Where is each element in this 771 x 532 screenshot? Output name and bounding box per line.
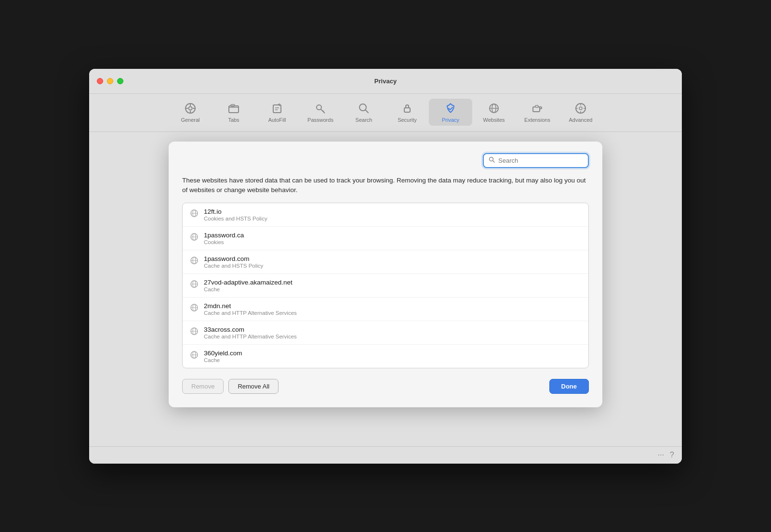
bottom-buttons: Remove Remove All Done: [182, 379, 589, 394]
done-button[interactable]: Done: [549, 379, 589, 394]
website-info: 33across.com Cache and HTTP Alternative …: [204, 326, 297, 339]
maximize-button[interactable]: [117, 78, 123, 84]
globe-icon: [189, 232, 199, 242]
svg-line-29: [493, 160, 494, 162]
toolbar-item-websites[interactable]: Websites: [472, 99, 516, 126]
svg-rect-16: [404, 108, 410, 112]
list-item: 1password.ca Cookies: [183, 227, 588, 250]
website-detail: Cache: [204, 357, 242, 363]
website-info: 1password.ca Cookies: [204, 232, 244, 245]
toolbar-item-search[interactable]: Search: [342, 99, 386, 126]
toolbar-label-search: Search: [356, 117, 372, 123]
website-detail: Cache: [204, 286, 292, 292]
autofill-icon: [270, 102, 284, 115]
remove-all-button[interactable]: Remove All: [228, 379, 279, 394]
website-info: 12ft.io Cookies and HSTS Policy: [204, 208, 267, 221]
search-row: [182, 153, 589, 168]
website-domain: 27vod-adaptive.akamaized.net: [204, 279, 292, 286]
toolbar-label-security: Security: [398, 117, 417, 123]
privacy-modal: These websites have stored data that can…: [169, 142, 602, 408]
toolbar-label-general: General: [181, 117, 199, 123]
website-list[interactable]: 12ft.io Cookies and HSTS Policy 1passwor…: [182, 203, 589, 368]
preferences-window: Privacy General Tabs AutoFill Passwo: [89, 69, 682, 464]
website-info: 1password.com Cache and HSTS Policy: [204, 255, 263, 269]
websites-icon: [487, 102, 501, 115]
toolbar: General Tabs AutoFill Passwords Search: [89, 94, 682, 132]
window-title: Privacy: [374, 78, 397, 85]
search-box[interactable]: [483, 153, 589, 168]
toolbar-item-privacy[interactable]: Privacy: [429, 99, 472, 126]
toolbar-item-passwords[interactable]: Passwords: [299, 99, 342, 126]
toolbar-item-general[interactable]: General: [169, 99, 212, 126]
website-info: 2mdn.net Cache and HTTP Alternative Serv…: [204, 302, 297, 316]
toolbar-label-autofill: AutoFill: [268, 117, 286, 123]
website-detail: Cache and HTTP Alternative Services: [204, 334, 297, 339]
list-item: 33across.com Cache and HTTP Alternative …: [183, 321, 588, 345]
left-buttons: Remove Remove All: [182, 379, 279, 394]
help-icon[interactable]: ?: [670, 451, 674, 459]
toolbar-item-tabs[interactable]: Tabs: [212, 99, 255, 126]
minimize-button[interactable]: [107, 78, 113, 84]
traffic-lights: [97, 78, 123, 84]
titlebar: Privacy: [89, 69, 682, 94]
close-button[interactable]: [97, 78, 103, 84]
website-detail: Cookies: [204, 239, 244, 245]
website-domain: 33across.com: [204, 326, 297, 333]
website-domain: 1password.com: [204, 255, 263, 262]
search-input[interactable]: [498, 157, 583, 164]
svg-point-1: [189, 106, 192, 110]
globe-icon: [189, 279, 199, 289]
search-magnifier-icon: [489, 156, 495, 165]
content-area: These websites have stored data that can…: [89, 132, 682, 446]
list-item: 1password.com Cache and HSTS Policy: [183, 250, 588, 274]
svg-rect-6: [229, 106, 239, 113]
website-domain: 1password.ca: [204, 232, 244, 239]
remove-button[interactable]: Remove: [182, 379, 224, 394]
svg-line-15: [366, 110, 369, 113]
toolbar-item-autofill[interactable]: AutoFill: [255, 99, 299, 126]
privacy-icon: [444, 102, 457, 115]
website-domain: 360yield.com: [204, 350, 242, 357]
security-icon: [400, 102, 414, 115]
toolbar-label-websites: Websites: [483, 117, 505, 123]
advanced-icon: [574, 102, 587, 115]
list-item: 12ft.io Cookies and HSTS Policy: [183, 203, 588, 227]
toolbar-label-extensions: Extensions: [524, 117, 550, 123]
toolbar-item-extensions[interactable]: Extensions: [516, 99, 559, 126]
website-info: 360yield.com Cache: [204, 350, 242, 363]
list-item: 2mdn.net Cache and HTTP Alternative Serv…: [183, 298, 588, 321]
list-item: 360yield.com Cache: [183, 345, 588, 368]
toolbar-item-advanced[interactable]: Advanced: [559, 99, 602, 126]
extensions-icon: [531, 102, 544, 115]
globe-icon: [189, 350, 199, 360]
globe-icon: [189, 208, 199, 218]
bottom-bar: ··· ?: [89, 446, 682, 464]
toolbar-label-passwords: Passwords: [307, 117, 333, 123]
website-detail: Cookies and HSTS Policy: [204, 216, 267, 221]
passwords-icon: [314, 102, 327, 115]
globe-icon: [189, 256, 199, 265]
svg-point-23: [579, 107, 582, 110]
svg-rect-21: [535, 105, 538, 107]
toolbar-label-privacy: Privacy: [442, 117, 459, 123]
globe-icon: [189, 303, 199, 312]
website-detail: Cache and HTTP Alternative Services: [204, 310, 297, 316]
toolbar-label-tabs: Tabs: [228, 117, 239, 123]
tabs-icon: [227, 102, 240, 115]
website-detail: Cache and HSTS Policy: [204, 263, 263, 269]
toolbar-item-security[interactable]: Security: [386, 99, 429, 126]
general-icon: [184, 102, 197, 115]
website-domain: 2mdn.net: [204, 302, 297, 310]
globe-icon: [189, 326, 199, 336]
list-item: 27vod-adaptive.akamaized.net Cache: [183, 274, 588, 298]
website-info: 27vod-adaptive.akamaized.net Cache: [204, 279, 292, 292]
more-icon[interactable]: ···: [658, 451, 664, 459]
svg-point-11: [317, 105, 321, 110]
website-domain: 12ft.io: [204, 208, 267, 215]
toolbar-label-advanced: Advanced: [569, 117, 593, 123]
search-icon: [357, 102, 371, 115]
description-text: These websites have stored data that can…: [182, 176, 589, 195]
